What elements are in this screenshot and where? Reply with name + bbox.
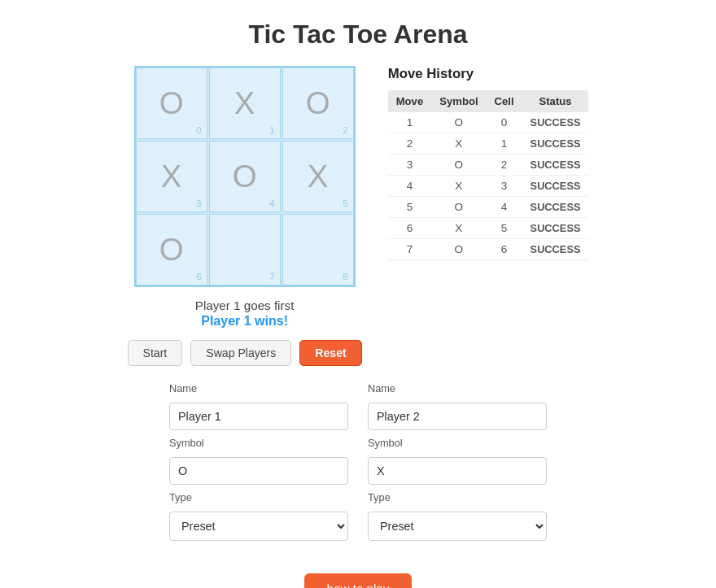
cell-symbol-3: X	[161, 161, 182, 192]
history-status: SUCCESS	[522, 176, 589, 197]
cell-0[interactable]: O0	[136, 68, 207, 139]
start-button[interactable]: Start	[128, 340, 183, 366]
cell-6[interactable]: O6	[136, 214, 207, 285]
history-move: 3	[388, 155, 432, 176]
cell-index-6: 6	[196, 272, 201, 281]
history-cell: 0	[487, 112, 522, 133]
player-name-input-1[interactable]	[169, 403, 348, 430]
cell-8[interactable]: 8	[282, 214, 354, 285]
table-row: 1O0SUCCESS	[388, 112, 589, 133]
page-title: Tic Tac Toe Arena	[0, 0, 716, 66]
player-type-label-1: Type	[169, 491, 348, 503]
reset-button[interactable]: Reset	[299, 340, 361, 366]
cell-5[interactable]: X5	[282, 141, 354, 212]
cell-symbol-0: O	[159, 88, 184, 119]
history-symbol: O	[431, 239, 486, 260]
cell-index-5: 5	[343, 198, 347, 208]
history-cell: 6	[487, 239, 522, 260]
history-cell: 4	[487, 197, 522, 218]
history-symbol: O	[431, 155, 486, 176]
table-row: 5O4SUCCESS	[388, 197, 589, 218]
player-type-label-2: Type	[368, 491, 547, 503]
players-section: NameSymbolTypePresetHumanAINameSymbolTyp…	[0, 382, 716, 541]
table-row: 3O2SUCCESS	[388, 155, 589, 176]
history-move: 5	[388, 197, 432, 218]
history-status: SUCCESS	[522, 133, 589, 155]
cell-1[interactable]: X1	[209, 68, 281, 139]
history-move: 1	[388, 112, 432, 133]
cell-index-4: 4	[269, 198, 274, 208]
player-name-label-2: Name	[368, 382, 547, 394]
cell-index-3: 3	[196, 198, 201, 208]
cell-symbol-2: O	[306, 88, 330, 119]
table-row: 4X3SUCCESS	[388, 176, 589, 197]
table-row: 2X1SUCCESS	[388, 133, 589, 155]
history-status: SUCCESS	[522, 218, 589, 239]
history-section: Move History MoveSymbolCellStatus 1O0SUC…	[388, 66, 589, 260]
player-type-select-2[interactable]: PresetHumanAI	[368, 512, 547, 541]
history-status: SUCCESS	[522, 112, 589, 133]
history-move: 2	[388, 133, 432, 155]
player-symbol-input-2[interactable]	[368, 457, 547, 485]
player-type-select-1[interactable]: PresetHumanAI	[169, 512, 348, 541]
history-symbol: O	[431, 112, 486, 133]
history-status: SUCCESS	[522, 239, 589, 260]
player-name-label-1: Name	[169, 382, 348, 394]
history-move: 7	[388, 239, 432, 260]
cell-index-7: 7	[269, 272, 274, 281]
cell-2[interactable]: O2	[282, 68, 354, 139]
history-cell: 3	[487, 176, 522, 197]
player-symbol-label-1: Symbol	[169, 437, 348, 449]
controls-bar: Start Swap Players Reset	[128, 340, 362, 366]
history-status: SUCCESS	[522, 155, 589, 176]
history-table: MoveSymbolCellStatus 1O0SUCCESS2X1SUCCES…	[388, 90, 589, 260]
player-form-1: NameSymbolTypePresetHumanAI	[169, 382, 348, 541]
swap-players-button[interactable]: Swap Players	[190, 340, 291, 366]
player-form-2: NameSymbolTypePresetHumanAI	[368, 382, 547, 541]
history-cell: 1	[487, 133, 522, 155]
history-symbol: X	[431, 133, 486, 155]
history-move: 4	[388, 176, 432, 197]
history-move: 6	[388, 218, 432, 239]
board-section: O0X1O2X3O4X5O678 Player 1 goes first Pla…	[128, 66, 362, 366]
player-symbol-label-2: Symbol	[368, 437, 547, 449]
history-symbol: X	[431, 176, 486, 197]
cell-index-2: 2	[343, 125, 347, 135]
history-cell: 5	[487, 218, 522, 239]
how-to-play-row: how to play	[0, 573, 716, 588]
cell-symbol-5: X	[308, 161, 329, 192]
history-symbol: X	[431, 218, 486, 239]
player-symbol-input-1[interactable]	[169, 457, 348, 485]
status-line1: Player 1 goes first	[195, 298, 295, 312]
history-col-cell: Cell	[487, 90, 522, 112]
cell-4[interactable]: O4	[209, 141, 281, 212]
history-status: SUCCESS	[522, 197, 589, 218]
table-row: 7O6SUCCESS	[388, 239, 589, 260]
history-col-symbol: Symbol	[431, 90, 486, 112]
status-area: Player 1 goes first Player 1 wins!	[195, 298, 295, 329]
history-symbol: O	[431, 197, 486, 218]
history-cell: 2	[487, 155, 522, 176]
cell-7[interactable]: 7	[209, 214, 281, 285]
cell-index-0: 0	[196, 125, 201, 135]
cell-symbol-6: O	[159, 234, 184, 265]
history-col-move: Move	[388, 90, 432, 112]
cell-symbol-4: O	[233, 161, 257, 192]
status-line2: Player 1 wins!	[195, 314, 295, 329]
cell-symbol-1: X	[234, 88, 255, 119]
how-to-play-button[interactable]: how to play	[304, 573, 413, 588]
cell-index-1: 1	[269, 125, 274, 135]
cell-index-8: 8	[343, 272, 347, 281]
cell-3[interactable]: X3	[136, 141, 207, 212]
game-board: O0X1O2X3O4X5O678	[134, 66, 356, 287]
player-name-input-2[interactable]	[368, 403, 547, 430]
table-row: 6X5SUCCESS	[388, 218, 589, 239]
history-title: Move History	[388, 66, 589, 82]
history-col-status: Status	[522, 90, 589, 112]
